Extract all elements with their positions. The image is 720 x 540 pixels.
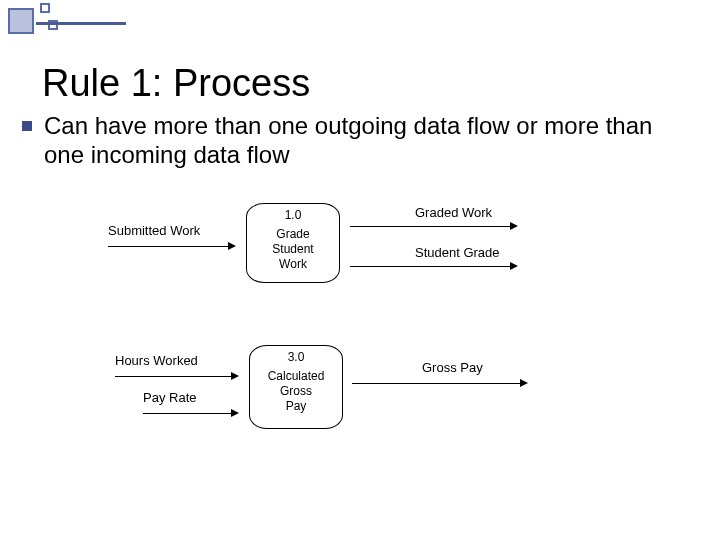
process-id: 1.0 [247,208,339,223]
bullet-item: Can have more than one outgoing data flo… [22,112,690,170]
flow-label-gross-pay: Gross Pay [422,360,483,375]
diagram-area: Submitted Work 1.0 Grade Student Work Gr… [0,195,720,535]
process-calculated-gross-pay: 3.0 Calculated Gross Pay [249,345,343,429]
arrow-line [350,266,510,267]
arrow-head-icon [510,262,518,270]
process-grade-student-work: 1.0 Grade Student Work [246,203,340,283]
flow-label-graded-work: Graded Work [415,205,492,220]
arrow-head-icon [520,379,528,387]
arrow-line [115,376,231,377]
process-id: 3.0 [250,350,342,365]
arrow-head-icon [231,409,239,417]
flow-label-submitted-work: Submitted Work [108,223,200,238]
slide-title: Rule 1: Process [42,62,310,105]
process-name: Calculated Gross Pay [268,369,325,413]
process-name: Grade Student Work [272,227,313,271]
flow-label-student-grade: Student Grade [415,245,500,260]
bullet-icon [22,121,32,131]
arrow-line [143,413,231,414]
flow-label-hours-worked: Hours Worked [115,353,198,368]
arrow-head-icon [510,222,518,230]
arrow-line [350,226,510,227]
flow-label-pay-rate: Pay Rate [143,390,196,405]
corner-decoration [0,0,150,50]
arrow-line [108,246,228,247]
arrow-head-icon [228,242,236,250]
arrow-line [352,383,520,384]
bullet-text: Can have more than one outgoing data flo… [44,112,690,170]
arrow-head-icon [231,372,239,380]
